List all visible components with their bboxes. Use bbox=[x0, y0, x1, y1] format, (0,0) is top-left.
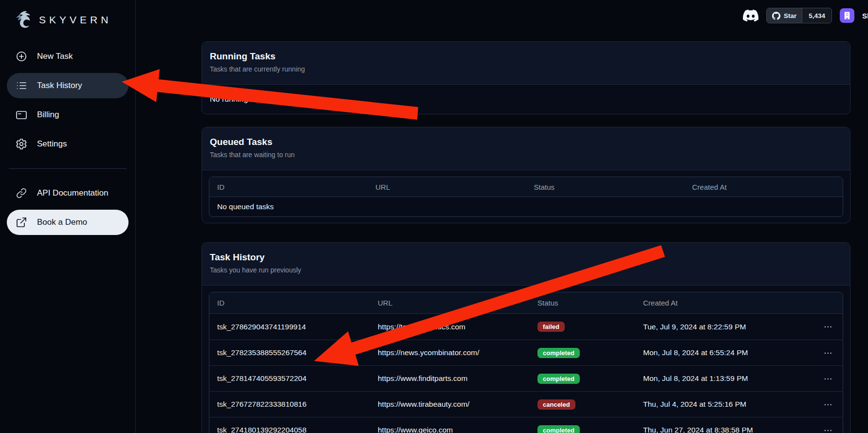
row-actions-button[interactable]: ⋯ bbox=[822, 322, 835, 332]
table-row[interactable]: tsk_278629043741199914 https://tartecosm… bbox=[209, 314, 843, 340]
gear-icon bbox=[16, 138, 27, 150]
sidebar-item-label: New Task bbox=[37, 52, 73, 61]
column-header: Status bbox=[530, 299, 635, 307]
ellipsis-icon: ⋯ bbox=[824, 322, 833, 331]
column-header: Status bbox=[526, 183, 684, 191]
card-title: Running Tasks bbox=[210, 51, 842, 62]
sidebar-item-label: Billing bbox=[37, 110, 59, 120]
sidebar-item-api-documentation[interactable]: API Documentation bbox=[7, 180, 129, 206]
task-url-cell: https://www.tirabeauty.com/ bbox=[370, 400, 530, 409]
column-header: Created At bbox=[635, 299, 809, 307]
card-title: Queued Tasks bbox=[210, 137, 842, 147]
sidebar-item-label: Settings bbox=[37, 139, 67, 149]
card-description: Tasks that are waiting to run bbox=[210, 151, 842, 159]
sidebar-item-book-a-demo[interactable]: Book a Demo bbox=[7, 210, 129, 235]
status-badge: completed bbox=[537, 374, 580, 384]
table-header-row: IDURLStatusCreated At bbox=[209, 177, 843, 197]
sidebar-item-new-task[interactable]: New Task bbox=[7, 44, 129, 69]
table-row[interactable]: tsk_276727822333810816 https://www.tirab… bbox=[209, 391, 843, 417]
ellipsis-icon: ⋯ bbox=[824, 426, 833, 433]
running-tasks-card: Running Tasks Tasks that are currently r… bbox=[202, 41, 850, 114]
running-tasks-header: Running Tasks Tasks that are currently r… bbox=[202, 42, 850, 85]
running-tasks-empty-state: No running tasks bbox=[202, 85, 850, 114]
task-history-card: Task History Tasks you have run previous… bbox=[202, 242, 850, 433]
link-icon bbox=[16, 187, 27, 199]
sidebar-item-settings[interactable]: Settings bbox=[7, 131, 129, 157]
task-url-cell: https://www.finditparts.com bbox=[370, 374, 530, 383]
task-id-cell: tsk_278235388555267564 bbox=[209, 348, 370, 357]
ellipsis-icon: ⋯ bbox=[824, 400, 833, 409]
sidebar-item-label: API Documentation bbox=[37, 188, 108, 198]
ellipsis-icon: ⋯ bbox=[824, 374, 833, 383]
queued-tasks-empty-state: No queued tasks bbox=[209, 202, 843, 211]
sidebar: SKYVERN New Task Task History Billing bbox=[0, 0, 136, 433]
task-history-table: IDURLStatusCreated At tsk_27862904374119… bbox=[209, 292, 843, 433]
task-history-header: Task History Tasks you have run previous… bbox=[202, 243, 850, 286]
column-header: URL bbox=[368, 183, 526, 191]
list-icon bbox=[16, 80, 27, 91]
created-at-cell: Thu, Jul 4, 2024 at 5:25:16 PM bbox=[635, 400, 809, 409]
task-id-cell: tsk_274180139292204058 bbox=[209, 426, 370, 433]
status-badge: failed bbox=[537, 322, 565, 332]
task-id-cell: tsk_276727822333810816 bbox=[209, 400, 370, 409]
sidebar-item-task-history[interactable]: Task History bbox=[7, 73, 129, 98]
queued-tasks-header: Queued Tasks Tasks that are waiting to r… bbox=[202, 127, 850, 170]
table-row[interactable]: tsk_274180139292204058 https://www.geico… bbox=[209, 417, 843, 433]
table-body: tsk_278629043741199914 https://tartecosm… bbox=[209, 314, 843, 433]
task-id-cell: tsk_278147405593572204 bbox=[209, 374, 370, 383]
external-link-icon bbox=[16, 216, 27, 228]
task-id-cell: tsk_278629043741199914 bbox=[209, 323, 370, 331]
card-title: Task History bbox=[210, 252, 842, 263]
row-actions-button[interactable]: ⋯ bbox=[822, 425, 835, 433]
task-url-cell: https://news.ycombinator.com/ bbox=[370, 348, 530, 357]
card-description: Tasks that are currently running bbox=[210, 65, 842, 73]
queued-tasks-table: IDURLStatusCreated At No queued tasks bbox=[209, 177, 843, 217]
ellipsis-icon: ⋯ bbox=[824, 348, 833, 358]
table-row[interactable]: tsk_278147405593572204 https://www.findi… bbox=[209, 365, 843, 391]
plus-circle-icon bbox=[16, 51, 27, 62]
status-badge: completed bbox=[537, 348, 580, 358]
sidebar-item-billing[interactable]: Billing bbox=[7, 102, 129, 127]
skyvern-logo bbox=[11, 9, 33, 31]
created-at-cell: Mon, Jul 8, 2024 at 6:55:24 PM bbox=[635, 348, 809, 357]
status-badge: completed bbox=[537, 425, 580, 433]
created-at-cell: Tue, Jul 9, 2024 at 8:22:59 PM bbox=[635, 323, 809, 331]
row-actions-button[interactable]: ⋯ bbox=[822, 348, 835, 358]
task-url-cell: https://www.geico.com bbox=[370, 426, 530, 433]
row-actions-button[interactable]: ⋯ bbox=[822, 374, 835, 384]
brand-name: SKYVERN bbox=[39, 14, 111, 26]
brand[interactable]: SKYVERN bbox=[7, 5, 129, 35]
card-description: Tasks you have run previously bbox=[210, 266, 842, 274]
table-header-row: IDURLStatusCreated At bbox=[209, 292, 843, 314]
main-content: Running Tasks Tasks that are currently r… bbox=[136, 0, 868, 433]
task-url-cell: https://tartecosmetics.com bbox=[370, 323, 530, 331]
table-row[interactable]: tsk_278235388555267564 https://news.ycom… bbox=[209, 340, 843, 365]
sidebar-item-label: Task History bbox=[37, 81, 82, 90]
credit-card-icon bbox=[16, 109, 27, 121]
sidebar-divider bbox=[9, 168, 127, 169]
created-at-cell: Thu, Jun 27, 2024 at 8:38:58 PM bbox=[635, 426, 809, 433]
primary-nav: New Task Task History Billing Settings bbox=[7, 44, 129, 235]
column-header: ID bbox=[209, 299, 370, 307]
column-header: URL bbox=[370, 299, 530, 307]
status-badge: canceled bbox=[537, 399, 575, 410]
created-at-cell: Mon, Jul 8, 2024 at 1:13:59 PM bbox=[635, 374, 809, 383]
row-actions-button[interactable]: ⋯ bbox=[822, 399, 835, 410]
column-header: ID bbox=[209, 183, 368, 191]
queued-tasks-card: Queued Tasks Tasks that are waiting to r… bbox=[202, 127, 850, 223]
column-header: Created At bbox=[684, 183, 843, 191]
table-row: No queued tasks bbox=[209, 197, 843, 216]
sidebar-item-label: Book a Demo bbox=[37, 217, 87, 227]
